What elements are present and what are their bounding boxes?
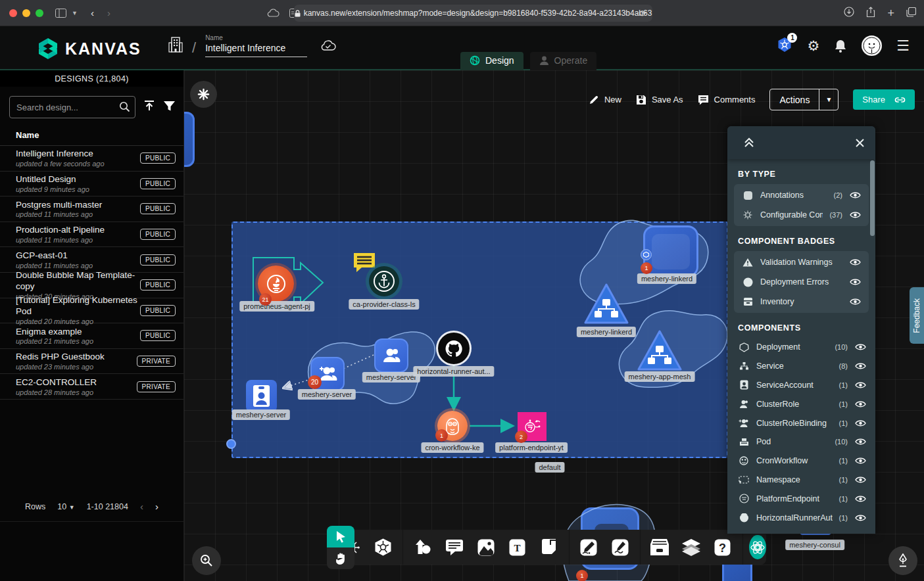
- icloud-icon[interactable]: [267, 9, 280, 17]
- eye-icon[interactable]: [854, 495, 866, 503]
- component-row-horizontalrunner[interactable]: HorizontalRunnerAutos... (1): [727, 508, 875, 527]
- node-meshery-server-clusterrole[interactable]: [374, 338, 408, 373]
- organization-icon[interactable]: [168, 36, 183, 53]
- downloads-icon[interactable]: [844, 7, 854, 20]
- next-page-button[interactable]: ›: [155, 501, 158, 512]
- close-window-button[interactable]: [9, 9, 17, 17]
- help-tool-button[interactable]: ?: [713, 538, 733, 557]
- sidebar-toggle-icon[interactable]: [55, 9, 66, 18]
- selection-handle[interactable]: [226, 439, 236, 449]
- url-bar[interactable]: kanvas.new/extension/meshmap?mode=design…: [294, 5, 652, 22]
- window-controls[interactable]: [9, 9, 43, 17]
- eye-icon[interactable]: [854, 343, 866, 351]
- eye-icon[interactable]: [854, 457, 866, 465]
- component-row-clusterrolebinding[interactable]: ClusterRoleBinding (1): [727, 413, 875, 432]
- component-row-pod[interactable]: Pod (10): [727, 432, 875, 452]
- user-avatar[interactable]: [862, 35, 882, 56]
- eye-icon[interactable]: [854, 419, 866, 427]
- eye-icon[interactable]: [849, 298, 861, 306]
- prev-page-button[interactable]: ‹: [140, 501, 143, 512]
- save-as-button[interactable]: Save As: [636, 95, 683, 105]
- actions-dropdown[interactable]: Actions ▼: [769, 89, 839, 110]
- shapes-tool-button[interactable]: [413, 538, 433, 557]
- feedback-tab[interactable]: Feedback: [910, 287, 924, 344]
- component-row-namespace[interactable]: Namespace (1): [727, 471, 875, 490]
- node-horizontal-runner[interactable]: [438, 333, 470, 364]
- design-row[interactable]: Redis PHP Guestbookupdated 23 minutes ag…: [0, 349, 183, 375]
- freehand-tool-button[interactable]: [610, 538, 630, 557]
- component-row-service[interactable]: Service (8): [727, 357, 875, 376]
- minimize-window-button[interactable]: [22, 9, 30, 17]
- component-row-platformendpoint[interactable]: PlatformEndpoint (1): [727, 489, 875, 508]
- eye-icon[interactable]: [849, 278, 861, 286]
- eye-icon[interactable]: [849, 211, 861, 219]
- image-tool-button[interactable]: [476, 538, 496, 557]
- search-icon[interactable]: [119, 101, 130, 115]
- design-row[interactable]: Production-alt Pipelineupdated 11 minute…: [0, 222, 183, 248]
- design-name-value[interactable]: Intelligent Inference: [205, 43, 307, 57]
- import-design-icon[interactable]: [143, 100, 155, 114]
- zoom-window-button[interactable]: [36, 9, 43, 17]
- badge-row-validation[interactable]: Validation Warnings: [734, 252, 869, 272]
- snowflake-button[interactable]: [190, 81, 217, 108]
- eye-icon[interactable]: [849, 258, 861, 266]
- node-app-mesh[interactable]: [636, 329, 683, 375]
- tab-operate[interactable]: Operate: [530, 52, 597, 70]
- design-row[interactable]: GCP-east-01updated 11 minutes ago PUBLIC: [0, 247, 183, 273]
- pen-tool-button[interactable]: [888, 546, 917, 575]
- menu-hamburger-icon[interactable]: ☰: [896, 37, 910, 55]
- eye-icon[interactable]: [854, 400, 866, 408]
- new-tab-icon[interactable]: +: [887, 7, 894, 20]
- design-row[interactable]: Postgres multi-masterupdated 11 minutes …: [0, 197, 183, 222]
- new-button[interactable]: New: [589, 95, 621, 105]
- eye-icon[interactable]: [849, 191, 861, 199]
- cluster-status-button[interactable]: 1: [777, 37, 792, 55]
- design-row[interactable]: [Tutorial] Exploring Kubernetes Podupdat…: [0, 298, 183, 324]
- back-button[interactable]: ‹: [91, 7, 94, 18]
- select-tool-button[interactable]: [327, 526, 354, 547]
- kanvas-logo[interactable]: KANVAS: [36, 37, 141, 60]
- settings-gear-icon[interactable]: ⚙: [807, 38, 819, 54]
- reload-icon[interactable]: ⟳: [639, 9, 646, 18]
- design-row[interactable]: Double Bubble Map Template-copyupdated 2…: [0, 273, 183, 298]
- eye-icon[interactable]: [854, 362, 866, 370]
- design-canvas[interactable]: 21 prometheus-agent-pj ca-provider-class…: [184, 70, 924, 581]
- design-row[interactable]: EC2-CONTROLLERupdated 28 minutes ago PRI…: [0, 374, 183, 400]
- design-row[interactable]: Intelligent Inferenceupdated a few secon…: [0, 146, 183, 172]
- pan-tool-button[interactable]: [327, 547, 354, 569]
- type-row-annotations[interactable]: Annotations (2): [734, 185, 869, 205]
- eye-icon[interactable]: [854, 514, 866, 522]
- close-panel-icon[interactable]: [855, 138, 865, 148]
- rows-per-page-select[interactable]: 10 ▼: [57, 502, 74, 511]
- archive-tool-button[interactable]: [650, 538, 669, 557]
- badge-row-errors[interactable]: Deployment Errors: [734, 272, 869, 292]
- panel-scrollbar[interactable]: [870, 160, 875, 236]
- meshery-extension-button[interactable]: [749, 535, 766, 559]
- eye-icon[interactable]: [854, 381, 866, 389]
- forward-button[interactable]: ›: [107, 7, 110, 18]
- component-row-cronworkflow[interactable]: CronWorkflow (1): [727, 452, 875, 471]
- design-name-field[interactable]: Name Intelligent Inference: [205, 34, 307, 57]
- filter-icon[interactable]: [163, 101, 176, 114]
- badge-row-inventory[interactable]: Inventory: [734, 292, 869, 312]
- comment-tool-button[interactable]: [445, 538, 464, 557]
- component-row-deployment[interactable]: Deployment (10): [727, 338, 875, 357]
- draw-tool-button[interactable]: [579, 538, 598, 557]
- tab-overview-icon[interactable]: [906, 7, 916, 20]
- type-row-configurable[interactable]: Configurable Compon... (37): [734, 205, 869, 225]
- node-ca-provider[interactable]: [369, 266, 399, 296]
- text-tool-button[interactable]: T: [508, 538, 527, 557]
- share-icon[interactable]: [866, 7, 875, 20]
- collapse-panel-icon[interactable]: [743, 137, 755, 148]
- layers-tool-button[interactable]: [681, 538, 701, 557]
- design-row[interactable]: Untitled Designupdated 9 minutes ago PUB…: [0, 172, 183, 197]
- node-linkerd-service[interactable]: [583, 282, 630, 328]
- share-button[interactable]: Share: [853, 89, 915, 110]
- notifications-bell-icon[interactable]: [834, 39, 847, 53]
- search-input[interactable]: [9, 96, 135, 118]
- kubernetes-tool-button[interactable]: [373, 538, 393, 557]
- chevron-down-icon[interactable]: ▼: [72, 10, 78, 16]
- zoom-button[interactable]: [192, 546, 221, 575]
- design-row[interactable]: Enigma exampleupdated 21 minutes ago PUB…: [0, 323, 183, 349]
- component-row-clusterrole[interactable]: ClusterRole (1): [727, 394, 875, 413]
